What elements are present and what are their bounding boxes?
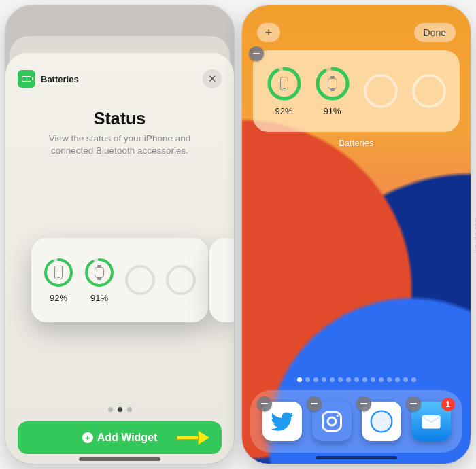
battery-percent: 91%: [90, 293, 108, 303]
page-dot[interactable]: [371, 377, 375, 382]
battery-slot: 92%: [39, 258, 78, 303]
page-dot[interactable]: [330, 377, 335, 382]
battery-slot: 91%: [311, 67, 354, 116]
battery-percent: 92%: [50, 293, 67, 303]
jiggle-controls: + Done: [242, 23, 471, 42]
remove-app-button[interactable]: [257, 396, 272, 411]
page-dot[interactable]: [108, 407, 113, 412]
page-dot[interactable]: [387, 377, 392, 382]
sheet-header: Batteries ✕: [18, 69, 222, 88]
battery-ring-iphone: [44, 258, 73, 288]
svg-rect-8: [322, 413, 341, 431]
watch-icon: [316, 67, 350, 101]
battery-slot-empty: [408, 74, 450, 108]
watch-icon: [84, 258, 114, 288]
battery-slot: 91%: [80, 258, 118, 303]
page-dot[interactable]: [403, 377, 408, 382]
app-safari[interactable]: [362, 402, 401, 441]
page-dot[interactable]: [395, 377, 400, 382]
page-dot[interactable]: [354, 377, 359, 382]
remove-app-button[interactable]: [356, 396, 371, 411]
next-widget-peek[interactable]: [209, 238, 234, 322]
battery-widget[interactable]: 92% 91%: [253, 50, 460, 132]
battery-widget-medium: 92% 91%: [31, 238, 208, 322]
page-dot[interactable]: [379, 377, 384, 382]
annotation-arrow: [177, 431, 209, 445]
notification-badge: 1: [441, 398, 455, 411]
app-instagram[interactable]: [312, 402, 352, 441]
iphone-icon: [267, 67, 301, 101]
page-dot[interactable]: [313, 377, 318, 382]
page-dot[interactable]: [305, 377, 310, 382]
battery-slot-empty: [162, 265, 200, 295]
battery-ring-iphone: [267, 67, 301, 101]
page-dot[interactable]: [346, 377, 351, 382]
page-dot[interactable]: [118, 407, 122, 412]
dock: 1: [250, 390, 462, 453]
battery-percent: 92%: [275, 106, 292, 116]
home-indicator[interactable]: [79, 457, 160, 461]
plus-icon: +: [82, 432, 93, 443]
page-dots[interactable]: [242, 377, 471, 382]
battery-appicon: [18, 70, 35, 88]
remove-app-button[interactable]: [307, 396, 322, 411]
battery-percent: 91%: [323, 106, 341, 116]
page-dot[interactable]: [127, 407, 132, 412]
iphone-icon: [44, 258, 73, 288]
home-indicator[interactable]: [316, 456, 397, 459]
app-twitter[interactable]: [262, 402, 302, 441]
battery-ring-watch: [316, 67, 350, 101]
homescreen-widget-wrap: 92% 91% Batteries: [253, 50, 460, 148]
battery-slot-empty: [121, 265, 159, 295]
svg-point-9: [328, 417, 336, 425]
battery-ring-watch: [84, 258, 114, 288]
watermark: wsxdn.com: [473, 216, 476, 253]
widget-preview[interactable]: 92% 91%: [18, 157, 222, 403]
page-indicator[interactable]: [18, 407, 222, 412]
widget-name-label: Batteries: [339, 139, 373, 148]
widget-title: Status: [18, 109, 222, 128]
battery-slot: 92%: [263, 67, 305, 116]
widget-picker-sheet: Batteries ✕ Status View the status of yo…: [5, 53, 234, 464]
page-dot[interactable]: [297, 377, 302, 382]
done-button[interactable]: Done: [414, 23, 456, 42]
app-mail[interactable]: 1: [411, 402, 451, 441]
page-dot[interactable]: [411, 377, 416, 382]
home-screen-jiggle: + Done 92% 91% Batteries: [242, 5, 471, 464]
battery-slot-empty: [360, 74, 402, 108]
add-widget-label: Add Widget: [97, 432, 158, 444]
page-dot[interactable]: [362, 377, 367, 382]
page-dot[interactable]: [338, 377, 343, 382]
close-button[interactable]: ✕: [203, 69, 222, 88]
page-dot[interactable]: [322, 377, 326, 382]
remove-app-button[interactable]: [406, 396, 421, 411]
widget-picker-screen: Batteries ✕ Status View the status of yo…: [5, 5, 234, 464]
widget-app-name: Batteries: [41, 74, 79, 84]
add-widget-plus[interactable]: +: [257, 23, 280, 42]
widget-subtitle: View the status of your iPhone and conne…: [18, 133, 222, 157]
add-widget-button[interactable]: + Add Widget: [18, 421, 222, 454]
remove-widget-button[interactable]: [249, 46, 264, 61]
svg-point-10: [336, 415, 338, 417]
